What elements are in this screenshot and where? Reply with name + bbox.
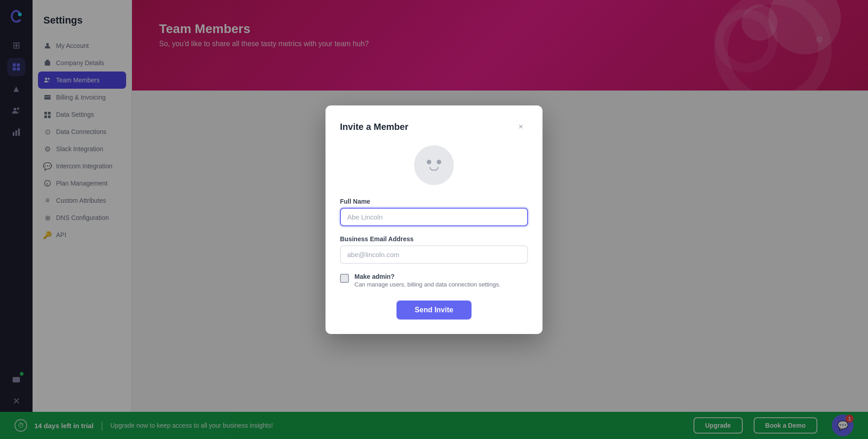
- admin-checkbox-row: Make admin? Can manage users, billing an…: [340, 273, 528, 288]
- avatar-eyes: [427, 160, 441, 164]
- admin-desc: Can manage users, billing and data conne…: [354, 281, 500, 288]
- admin-checkbox[interactable]: [340, 274, 349, 283]
- email-input[interactable]: [340, 245, 528, 264]
- modal-title: Invite a Member: [340, 122, 408, 132]
- invite-modal: Invite a Member × Full Name Business Ema…: [326, 105, 542, 334]
- send-invite-button[interactable]: Send Invite: [396, 301, 471, 320]
- full-name-label: Full Name: [340, 198, 528, 205]
- avatar-eye-left: [427, 160, 431, 164]
- avatar-placeholder: [414, 145, 454, 185]
- admin-label: Make admin?: [354, 273, 500, 280]
- modal-close-button[interactable]: ×: [514, 120, 528, 134]
- modal-overlay: Invite a Member × Full Name Business Ema…: [0, 0, 868, 439]
- modal-header: Invite a Member ×: [340, 120, 528, 134]
- avatar-mouth: [429, 167, 439, 171]
- full-name-group: Full Name: [340, 198, 528, 226]
- full-name-input[interactable]: [340, 208, 528, 226]
- avatar-face: [427, 160, 441, 171]
- avatar-eye-right: [437, 160, 441, 164]
- email-group: Business Email Address: [340, 235, 528, 264]
- email-label: Business Email Address: [340, 235, 528, 243]
